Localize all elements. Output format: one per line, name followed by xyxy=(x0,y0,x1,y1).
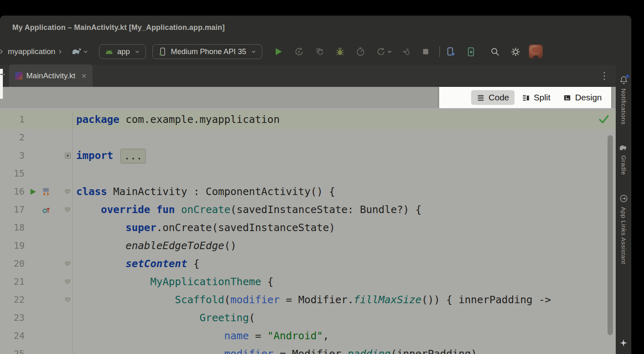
code-line[interactable]: 1package com.example.myapplication xyxy=(0,111,616,129)
code-text[interactable]: import ... xyxy=(73,147,147,165)
apply-changes-icon[interactable] xyxy=(294,47,304,57)
code-lines: 1package com.example.myapplication23impo… xyxy=(0,108,616,354)
window-titlebar: My Application – MainActivity.kt [My_App… xyxy=(0,16,631,39)
editor-gutter: 20 xyxy=(0,255,73,273)
apply-code-changes-icon[interactable] xyxy=(315,47,324,57)
fold-marker-icon[interactable] xyxy=(65,279,70,285)
app-links-icon[interactable] xyxy=(619,194,628,203)
editor-gutter: 21 xyxy=(0,273,73,291)
design-mode-icon xyxy=(563,93,571,102)
code-line[interactable]: 19 enableEdgeToEdge() xyxy=(0,237,616,255)
gradle-sync-caret-icon xyxy=(83,49,88,54)
mode-label: Split xyxy=(534,93,551,102)
tool-window-notifications[interactable]: Notifications xyxy=(620,88,627,125)
code-line[interactable]: 15 xyxy=(0,165,616,183)
gradle-sync-icon xyxy=(71,47,82,56)
code-text[interactable]: name = "Android", xyxy=(73,327,329,345)
fold-expand-icon[interactable] xyxy=(65,153,71,159)
code-text[interactable]: override fun onCreate(savedInstanceState… xyxy=(73,201,422,219)
fold-marker-icon[interactable] xyxy=(65,207,70,213)
code-text[interactable]: package com.example.myapplication xyxy=(73,111,280,129)
ide-window: My Application – MainActivity.kt [My_App… xyxy=(0,16,631,354)
device-caret-icon xyxy=(251,49,256,54)
code-line[interactable]: 22 Scaffold(modifier = Modifier.fillMaxS… xyxy=(0,291,616,309)
mode-button-split[interactable]: Split xyxy=(516,90,556,105)
editor-gutter: 3 xyxy=(0,147,73,165)
code-editor[interactable]: 1package com.example.myapplication23impo… xyxy=(0,108,616,354)
code-line[interactable]: 18 super.onCreate(savedInstanceState) xyxy=(0,219,616,237)
editor-gutter: 17 xyxy=(0,201,73,219)
profiler-icon[interactable] xyxy=(356,47,365,57)
android-head-icon xyxy=(105,49,113,54)
line-number: 15 xyxy=(0,165,25,183)
rerun-icon[interactable] xyxy=(376,47,392,57)
running-devices-icon[interactable] xyxy=(466,47,476,57)
close-tab-icon[interactable]: × xyxy=(82,71,86,80)
back-chevron-icon[interactable] xyxy=(0,48,5,55)
line-number: 16 xyxy=(0,183,25,201)
editor-gutter: 1 xyxy=(0,111,73,129)
editor-gutter: 19 xyxy=(0,237,73,255)
code-line[interactable]: 24 name = "Android", xyxy=(0,327,616,345)
device-select[interactable]: Medium Phone API 35 xyxy=(152,44,262,59)
override-method-icon[interactable] xyxy=(42,206,51,214)
code-text[interactable]: MyApplicationTheme { xyxy=(73,273,274,291)
editor-mode-switcher: Code Split Design xyxy=(439,87,611,108)
code-line[interactable]: 25 modifier = Modifier.padding(innerPadd… xyxy=(0,345,616,354)
notification-badge xyxy=(626,75,629,78)
run-icon[interactable] xyxy=(274,47,283,57)
gradle-sync-button[interactable] xyxy=(71,47,88,56)
fold-marker-icon[interactable] xyxy=(65,261,70,267)
run-gutter-icon[interactable] xyxy=(29,188,36,195)
debug-icon[interactable] xyxy=(335,47,345,57)
code-text[interactable]: super.onCreate(savedInstanceState) xyxy=(73,219,335,237)
notifications-bell-icon[interactable] xyxy=(619,75,628,85)
editor-tab-bar: MainActivity.kt × ⋮ xyxy=(0,64,616,87)
line-number: 17 xyxy=(0,201,25,219)
code-text[interactable]: class MainActivity : ComponentActivity()… xyxy=(73,183,335,201)
tool-window-gradle[interactable]: Gradle xyxy=(620,155,627,175)
code-line[interactable]: 21 MyApplicationTheme { xyxy=(0,273,616,291)
toolbar-separator xyxy=(439,46,440,57)
attach-debugger-icon[interactable] xyxy=(401,47,411,57)
more-options-icon[interactable]: ⋮ xyxy=(599,71,609,81)
gradle-elephant-icon[interactable] xyxy=(619,143,628,152)
editor-gutter: 25 xyxy=(0,345,73,354)
avatar[interactable] xyxy=(529,45,543,59)
code-text[interactable]: Greeting( xyxy=(73,309,255,327)
code-text[interactable]: modifier = Modifier.padding(innerPadding… xyxy=(73,345,477,354)
search-icon[interactable] xyxy=(490,47,500,57)
left-stripe-dash xyxy=(0,74,5,75)
tab-mainactivity[interactable]: MainActivity.kt × xyxy=(9,64,93,87)
fold-marker-icon[interactable] xyxy=(65,297,70,303)
code-line[interactable]: 17 override fun onCreate(savedInstanceSt… xyxy=(0,201,616,219)
editor-gutter: 22 xyxy=(0,291,73,309)
stop-icon[interactable] xyxy=(421,47,430,56)
activity-class-icon[interactable] xyxy=(42,187,51,196)
device-manager-icon[interactable] xyxy=(446,47,456,57)
mode-button-design[interactable]: Design xyxy=(558,90,607,105)
editor-column: MainActivity.kt × ⋮ Code xyxy=(0,64,616,354)
line-number: 25 xyxy=(0,345,25,354)
editor-gutter: 18 xyxy=(0,219,73,237)
line-number: 23 xyxy=(0,309,25,327)
tool-window-app-links-assistant[interactable]: App Links Assistant xyxy=(620,207,627,264)
code-line[interactable]: 20 setContent { xyxy=(0,255,616,273)
gemini-sparkle-icon[interactable] xyxy=(619,338,628,347)
code-line[interactable]: 2 xyxy=(0,129,616,147)
code-line[interactable]: 23 Greeting( xyxy=(0,309,616,327)
fold-marker-icon[interactable] xyxy=(65,189,70,195)
breadcrumb-project[interactable]: myapplication xyxy=(8,47,55,56)
mode-button-code[interactable]: Code xyxy=(471,90,515,105)
run-configuration-select[interactable]: app xyxy=(99,44,146,59)
code-text[interactable]: enableEdgeToEdge() xyxy=(73,237,236,255)
code-line[interactable]: 3import ... xyxy=(0,147,616,165)
code-line[interactable]: 16class MainActivity : ComponentActivity… xyxy=(0,183,616,201)
code-text[interactable]: Scaffold(modifier = Modifier.fillMaxSize… xyxy=(73,291,551,309)
editor-scrollbar-thumb[interactable] xyxy=(608,135,613,335)
inspection-check-icon[interactable] xyxy=(599,115,609,124)
mode-label: Design xyxy=(575,93,602,102)
settings-gear-icon[interactable] xyxy=(510,47,521,57)
ide-body: MainActivity.kt × ⋮ Code xyxy=(0,64,631,354)
code-text[interactable]: setContent { xyxy=(73,255,200,273)
